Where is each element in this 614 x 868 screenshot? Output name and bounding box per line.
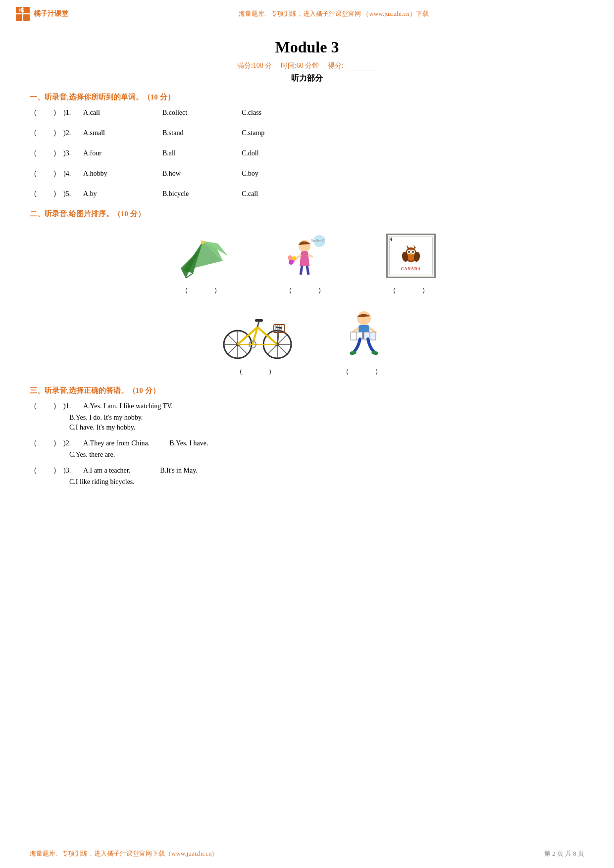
- s3-q1-optC: C.I have. It's my hobby.: [69, 424, 584, 432]
- question-2: （ ） )2. A.small B.stand C.stamp: [30, 128, 584, 138]
- girl-svg: Smile~G: [277, 231, 337, 281]
- s3-bracket-right-2: ）: [53, 438, 60, 448]
- svg-text:Smile~G: Smile~G: [311, 239, 325, 243]
- s3-q1-optA: A.Yes. I am. I like watching TV.: [83, 402, 173, 410]
- q4-optC: C.boy: [242, 170, 291, 178]
- s3-q1-options: B.Yes. I do. It's my hobby. C.I have. It…: [69, 414, 584, 432]
- s3-bracket-left-2: （: [30, 438, 37, 448]
- q5-optC: C.call: [242, 190, 291, 198]
- svg-point-27: [408, 251, 410, 253]
- s3-bracket-left-3: （: [30, 466, 37, 475]
- q2-optA: A.small: [83, 129, 133, 137]
- q1-number: )1.: [63, 109, 78, 117]
- logo-text: 橘子汁课堂: [34, 9, 68, 18]
- s3-q3-options: C.I like riding bicycles.: [69, 478, 584, 486]
- svg-line-54: [276, 327, 282, 328]
- image-item-stamp: 4: [379, 229, 443, 295]
- answer-paren-4: （ ）: [236, 367, 279, 376]
- canada-label: CANADA: [401, 267, 421, 271]
- bracket-right-3: ）: [53, 148, 60, 158]
- q3-number: )3.: [63, 149, 78, 157]
- s3-question-2: （ ） )2. A.They are from China. B.Yes. I …: [30, 438, 584, 459]
- q2-options: A.small B.stand C.stamp: [83, 129, 291, 137]
- s3-bracket-left-1: （: [30, 401, 37, 411]
- s3-q3-main: （ ） )3. A.I am a teacher. B.It's in May.: [30, 466, 584, 475]
- s3-q1-main: （ ） )1. A.Yes. I am. I like watching TV.: [30, 401, 584, 411]
- boyreading-svg: [337, 307, 391, 362]
- score-label: 得分:: [328, 62, 344, 69]
- q1-optA: A.call: [83, 109, 133, 117]
- section2-header: 二、听录音,给图片排序。（10 分）: [30, 209, 584, 219]
- q3-optC: C.doll: [242, 149, 291, 157]
- bicycle-svg: [220, 307, 295, 362]
- image-section: （ ）: [30, 229, 584, 376]
- paperplane-box: [171, 229, 235, 283]
- q4-options: A.hobby B.how C.boy: [83, 170, 291, 178]
- bracket-left-2: （: [30, 128, 37, 138]
- bracket-right-2: ）: [53, 128, 60, 138]
- logo-icon: 橘: [15, 6, 31, 22]
- page-footer: 海量题库、专项训练，进入橘子汁课堂官网下载（www.juzizhi.cn） 第 …: [0, 849, 614, 858]
- s3-q2-number: )2.: [63, 439, 78, 447]
- q3-optA: A.four: [83, 149, 133, 157]
- svg-line-15: [308, 255, 313, 257]
- q3-options: A.four B.all C.doll: [83, 149, 291, 157]
- q1-options: A.call B.collect C.class: [83, 109, 291, 117]
- q5-options: A.by B.bicycle C.call: [83, 190, 291, 198]
- paperplane-svg: [173, 231, 233, 281]
- svg-point-19: [289, 260, 294, 265]
- stamp-frame: 4: [386, 234, 436, 278]
- section3-header: 三、听录音,选择正确的答语。（10 分）: [30, 386, 584, 395]
- footer-right: 第 2 页 共 8 页: [544, 849, 584, 858]
- module-title: Module 3: [30, 38, 584, 56]
- svg-line-20: [301, 266, 302, 275]
- q5-optA: A.by: [83, 190, 133, 198]
- svg-line-21: [307, 266, 308, 275]
- bracket-left-1: （: [30, 108, 37, 117]
- q2-optB: B.stand: [162, 129, 212, 137]
- svg-rect-3: [23, 14, 30, 21]
- image-row-2: （ ）: [30, 305, 584, 376]
- footer-left: 海量题库、专项训练，进入橘子汁课堂官网下载（www.juzizhi.cn）: [30, 849, 218, 858]
- s3-q2-options: C.Yes. there are.: [69, 451, 584, 459]
- svg-rect-52: [255, 319, 263, 322]
- s3-bracket-right-1: ）: [53, 401, 60, 411]
- question-3: （ ） )3. A.four B.all C.doll: [30, 148, 584, 158]
- score-full: 满分:100 分: [237, 62, 272, 69]
- bracket-right-4: ）: [53, 169, 60, 178]
- s3-q3-optB: B.It's in May.: [160, 467, 198, 475]
- s3-question-3: （ ） )3. A.I am a teacher. B.It's in May.…: [30, 466, 584, 486]
- q3-optB: B.all: [162, 149, 212, 157]
- q4-optB: B.how: [162, 170, 212, 178]
- score-underline: [347, 62, 377, 70]
- s3-q2-main: （ ） )2. A.They are from China. B.Yes. I …: [30, 438, 584, 448]
- q5-number: )5.: [63, 190, 78, 198]
- s3-q1-number: )1.: [63, 402, 78, 410]
- page-header: 橘 橘子汁课堂 海量题库、专项训练，进入橘子汁课堂官网 （www.juzizhi…: [0, 0, 614, 28]
- image-item-girl: Smile~G （ ）: [275, 229, 339, 295]
- question-5: （ ） )5. A.by B.bicycle C.call: [30, 189, 584, 198]
- bracket-right-1: ）: [53, 108, 60, 117]
- bracket-left-5: （: [30, 189, 37, 198]
- s3-q3-optC: C.I like riding bicycles.: [69, 478, 584, 486]
- svg-rect-2: [16, 14, 22, 21]
- svg-point-17: [288, 255, 293, 260]
- s3-q3-optA: A.I am a teacher.: [83, 467, 130, 475]
- s3-q1-optB: B.Yes. I do. It's my hobby.: [69, 414, 584, 422]
- section-main-title: 听力部分: [30, 73, 584, 84]
- answer-paren-2: （ ）: [285, 286, 329, 295]
- q2-number: )2.: [63, 129, 78, 137]
- image-item-paperplane: （ ）: [171, 229, 235, 295]
- q4-number: )4.: [63, 170, 78, 178]
- answer-paren-1: （ ）: [181, 286, 225, 295]
- q1-optC: C.class: [242, 109, 291, 117]
- stamp-box: 4: [379, 229, 443, 283]
- score-time: 时间:60 分钟: [281, 62, 319, 69]
- svg-text:橘: 橘: [18, 7, 24, 13]
- question-4: （ ） )4. A.hobby B.how C.boy: [30, 169, 584, 178]
- svg-point-28: [412, 251, 414, 253]
- s3-question-1: （ ） )1. A.Yes. I am. I like watching TV.…: [30, 401, 584, 432]
- image-item-boyreading: （ ）: [334, 305, 394, 376]
- answer-paren-5: （ ）: [342, 367, 386, 376]
- q1-optB: B.collect: [162, 109, 212, 117]
